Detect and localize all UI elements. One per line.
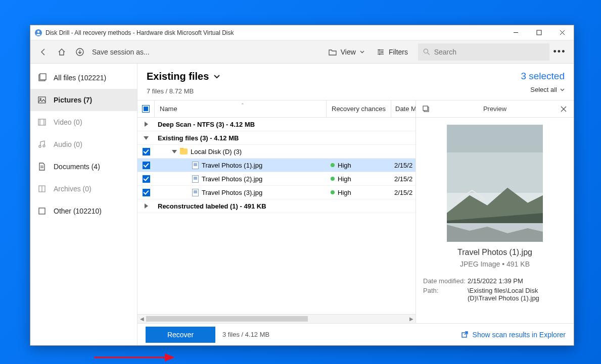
back-button[interactable] (34, 43, 53, 61)
date-modified-label: Date modified: (423, 277, 468, 285)
document-icon (37, 162, 47, 171)
more-button[interactable]: ••• (549, 46, 570, 57)
sidebar-item-archives[interactable]: Archives (0) (30, 178, 137, 200)
column-name-header[interactable]: Name⌃ (155, 100, 327, 117)
file-row[interactable]: Travel Photos (3).jpg High 2/15/2 (137, 186, 415, 199)
chevron-down-icon (214, 75, 220, 79)
show-in-explorer-link[interactable]: Show scan results in Explorer (461, 331, 566, 339)
status-dot-icon (331, 163, 335, 167)
file-icon (192, 162, 199, 169)
search-input[interactable] (434, 48, 544, 56)
window-title: Disk Drill - All recovery methods - Hard… (45, 29, 504, 36)
download-icon[interactable] (71, 43, 89, 61)
file-row[interactable]: Travel Photos (1).jpg High 2/15/2 (137, 159, 415, 172)
date-modified-value: 2/15/2022 1:39 PM (468, 277, 567, 285)
view-label: View (341, 48, 356, 56)
main-header: Existing files 7 files / 8.72 MB 3 selec… (137, 64, 574, 100)
sort-caret-icon: ⌃ (241, 102, 245, 108)
svg-line-11 (428, 53, 430, 55)
collapse-icon[interactable] (172, 150, 177, 153)
preview-title: Preview (431, 105, 559, 113)
chevron-down-icon (560, 88, 565, 91)
home-button[interactable] (53, 43, 71, 61)
picture-icon (37, 95, 47, 105)
chevron-down-icon (360, 50, 364, 54)
collapse-icon[interactable] (144, 136, 149, 140)
header-checkbox-cell[interactable] (137, 100, 155, 117)
scroll-left-icon[interactable]: ◀ (137, 315, 146, 323)
sidebar-item-label: Audio (0) (54, 140, 82, 148)
preview-close-button[interactable] (559, 106, 569, 112)
row-checkbox[interactable] (143, 175, 150, 183)
file-icon (192, 189, 199, 196)
stack-icon (37, 73, 47, 82)
file-icon (192, 175, 199, 183)
sidebar-item-label: All files (102221) (54, 74, 106, 82)
sidebar-item-all-files[interactable]: All files (102221) (30, 67, 137, 89)
file-row[interactable]: Travel Photos (2).jpg High 2/15/2 (137, 172, 415, 186)
sidebar-item-video[interactable]: Video (0) (30, 111, 137, 133)
row-checkbox[interactable] (143, 148, 150, 155)
annotation-arrow-icon (94, 351, 175, 363)
folder-icon (180, 148, 188, 154)
select-all-button[interactable]: Select all (521, 86, 565, 93)
folder-icon (329, 48, 337, 56)
archive-icon (37, 184, 47, 193)
body: All files (102221) Pictures (7) Video (0… (30, 64, 574, 345)
svg-point-20 (43, 145, 45, 147)
close-button[interactable] (550, 25, 574, 40)
group-row-deep-scan[interactable]: Deep Scan - NTFS (3) - 4.12 MB (137, 118, 415, 131)
other-icon (37, 206, 47, 216)
footer-status: 3 files / 4.12 MB (222, 331, 461, 338)
row-checkbox[interactable] (143, 162, 150, 169)
minimize-button[interactable] (504, 25, 527, 40)
external-link-icon (461, 331, 469, 338)
footer: Recover 3 files / 4.12 MB Show scan resu… (137, 323, 574, 345)
file-list: Deep Scan - NTFS (3) - 4.12 MB Existing … (137, 118, 415, 314)
filters-label: Filters (389, 48, 408, 56)
group-row-existing[interactable]: Existing files (3) - 4.12 MB (137, 131, 415, 145)
expand-icon[interactable] (145, 203, 148, 209)
search-icon (423, 48, 430, 56)
sidebar-item-audio[interactable]: Audio (0) (30, 133, 137, 155)
column-chance-header[interactable]: Recovery chances (327, 100, 391, 117)
window-controls (504, 25, 574, 40)
sidebar-item-other[interactable]: Other (102210) (30, 200, 137, 222)
row-checkbox[interactable] (143, 189, 150, 196)
view-button[interactable]: View (322, 43, 371, 61)
sidebar-item-documents[interactable]: Documents (4) (30, 155, 137, 178)
sidebar-item-pictures[interactable]: Pictures (7) (30, 89, 137, 111)
file-group-selector[interactable]: Existing files (147, 71, 521, 82)
recover-button[interactable]: Recover (146, 327, 215, 343)
scroll-thumb[interactable] (146, 316, 308, 322)
svg-rect-14 (38, 97, 45, 103)
svg-point-19 (39, 145, 41, 147)
preview-filename: Travel Photos (1).jpg (423, 248, 567, 257)
sidebar: All files (102221) Pictures (7) Video (0… (30, 64, 137, 345)
audio-icon (37, 140, 47, 149)
search-box[interactable] (418, 43, 549, 61)
expand-icon[interactable] (145, 122, 148, 127)
svg-point-8 (381, 51, 383, 53)
svg-point-10 (424, 49, 428, 53)
select-all-label: Select all (530, 86, 557, 93)
svg-rect-13 (40, 74, 46, 80)
group-row-reconstructed[interactable]: Reconstructed labeled (1) - 491 KB (137, 199, 415, 213)
column-date-header[interactable]: Date M (391, 100, 415, 117)
sidebar-item-label: Archives (0) (54, 185, 91, 193)
popout-button[interactable] (421, 106, 431, 113)
select-all-checkbox[interactable] (142, 105, 150, 113)
sidebar-item-label: Video (0) (54, 118, 82, 126)
path-label: Path: (423, 287, 468, 302)
main-title: Existing files (147, 71, 209, 82)
main-subtitle: 7 files / 8.72 MB (147, 87, 521, 95)
save-session-button[interactable]: Save session as... (92, 48, 322, 56)
folder-row-local-disk[interactable]: Local Disk (D) (3) (137, 145, 415, 159)
app-icon (34, 29, 42, 37)
horizontal-scrollbar[interactable]: ◀ ▶ (137, 314, 415, 323)
svg-rect-32 (447, 125, 543, 152)
filters-button[interactable]: Filters (371, 43, 414, 61)
maximize-button[interactable] (527, 25, 550, 40)
scroll-right-icon[interactable]: ▶ (407, 315, 415, 323)
preview-meta: JPEG Image • 491 KB (423, 260, 567, 268)
